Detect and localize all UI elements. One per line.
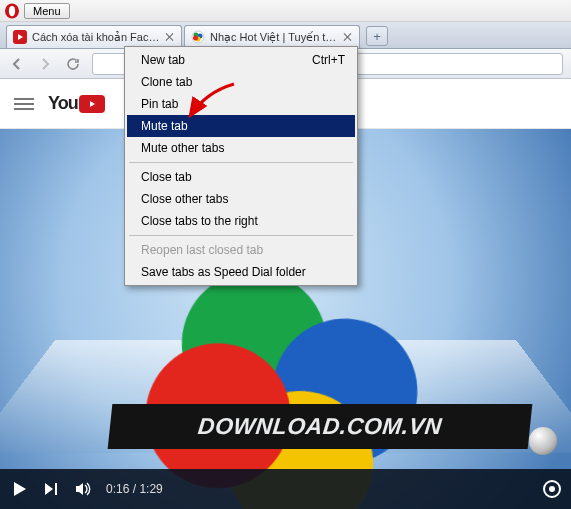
close-tab-icon[interactable]: [165, 32, 175, 42]
sphere-graphic: [529, 427, 557, 455]
menu-item-close-tabs-right[interactable]: Close tabs to the right: [127, 210, 355, 232]
menu-item-reopen-last-closed: Reopen last closed tab: [127, 239, 355, 261]
menu-item-new-tab[interactable]: New tabCtrl+T: [127, 49, 355, 71]
svg-point-7: [193, 36, 198, 41]
menu-item-close-other-tabs[interactable]: Close other tabs: [127, 188, 355, 210]
settings-button[interactable]: [543, 480, 561, 498]
tab-title: Nhạc Hot Việt | Tuyển tập nh: [210, 31, 339, 44]
back-button[interactable]: [8, 55, 26, 73]
opera-logo-icon: [4, 3, 20, 19]
close-tab-icon[interactable]: [343, 32, 353, 42]
hamburger-icon[interactable]: [14, 98, 34, 110]
player-controls: 0:16 / 1:29: [0, 469, 571, 509]
time-display: 0:16 / 1:29: [106, 482, 163, 496]
menu-button[interactable]: Menu: [24, 3, 70, 19]
volume-button[interactable]: [74, 480, 92, 498]
menu-separator: [129, 162, 353, 163]
browser-tab[interactable]: Cách xóa tài khoản Facebook: [6, 25, 182, 48]
window-titlebar: Menu: [0, 0, 571, 22]
tab-strip: Cách xóa tài khoản Facebook Nhạc Hot Việ…: [0, 22, 571, 49]
menu-item-pin-tab[interactable]: Pin tab: [127, 93, 355, 115]
youtube-logo[interactable]: You: [48, 93, 106, 114]
play-button[interactable]: [10, 480, 28, 498]
menu-item-save-speed-dial[interactable]: Save tabs as Speed Dial folder: [127, 261, 355, 283]
svg-point-1: [9, 5, 15, 15]
multicolor-favicon-icon: [191, 30, 205, 44]
menu-item-close-tab[interactable]: Close tab: [127, 166, 355, 188]
tab-context-menu: New tabCtrl+T Clone tab Pin tab Mute tab…: [124, 46, 358, 286]
browser-tab[interactable]: Nhạc Hot Việt | Tuyển tập nh: [184, 25, 360, 48]
forward-button[interactable]: [36, 55, 54, 73]
next-button[interactable]: [42, 480, 60, 498]
menu-separator: [129, 235, 353, 236]
menu-item-clone-tab[interactable]: Clone tab: [127, 71, 355, 93]
new-tab-button[interactable]: +: [366, 26, 388, 46]
youtube-favicon-icon: [13, 30, 27, 44]
menu-item-mute-other-tabs[interactable]: Mute other tabs: [127, 137, 355, 159]
play-badge-icon: [79, 95, 105, 113]
logo-text-you: You: [48, 93, 78, 114]
menu-item-mute-tab[interactable]: Mute tab: [127, 115, 355, 137]
reload-button[interactable]: [64, 55, 82, 73]
tab-title: Cách xóa tài khoản Facebook: [32, 31, 161, 44]
video-banner: DOWNLOAD.COM.VN: [108, 404, 533, 449]
